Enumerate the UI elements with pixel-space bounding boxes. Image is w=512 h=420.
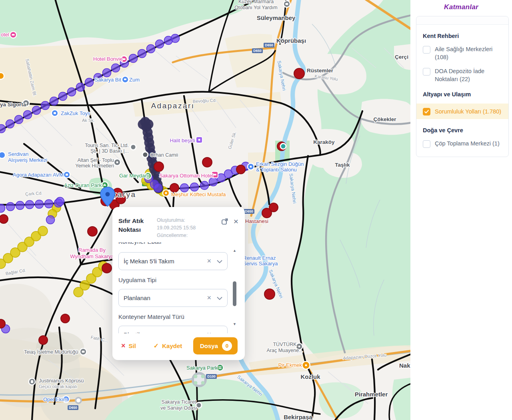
delete-x-icon: × [121, 342, 126, 350]
map-poi-label: Agora Adapazarı AVM [13, 172, 64, 178]
map-place-label: Köprübaşı [276, 37, 306, 44]
popup-title-line1: Sıfır Atık [118, 217, 155, 225]
utility-icon [80, 348, 87, 356]
scroll-down-icon[interactable]: ▼ [233, 322, 236, 326]
bakery-icon [302, 361, 310, 370]
layer-item-cop-toplama[interactable]: Çöp Toplama Merkezi (1) [423, 139, 502, 148]
map-poi-label: Sakarya Park [186, 365, 218, 371]
checkbox-unchecked[interactable] [423, 68, 430, 76]
layers-card-header [416, 16, 508, 25]
map-poi-label: ZakZuk Toys [61, 110, 90, 116]
map-poi-label: Alışveriş Merkezi [8, 157, 47, 163]
map-poi-label: Halit beşirli [170, 137, 195, 143]
poi-icon [280, 143, 287, 150]
map-place-label: Bekirpaşa [284, 414, 312, 420]
map-poi-label: Hotel Bonvie [93, 56, 123, 62]
updated-label: Güncellenme: [157, 232, 221, 239]
map-poi-label: Yemek Hizmetleri [75, 163, 114, 169]
select-value: İç Mekan 5'li Takım [124, 258, 207, 265]
road-shield: D650 [69, 406, 77, 410]
save-check-icon: ✓ [154, 342, 159, 350]
venue-icon [247, 163, 255, 171]
layer-label: Aile Sağlığı Merkezleri (108) [435, 45, 502, 61]
popup-header: Sıfır Atık Noktası Oluşturulma: 19.09.20… [112, 207, 245, 239]
clear-icon[interactable]: × [207, 257, 211, 265]
map-poi-label: ve Sanayi Odası [160, 405, 197, 411]
map-poi-label: Sakarya Ottoman Hotel [159, 173, 213, 179]
popup-scrollbar[interactable]: ▲ ▼ [232, 242, 239, 333]
map-poi-label: Otobanı Yol Yardım [234, 5, 277, 10]
layers-panel-title: Katmanlar [410, 0, 512, 11]
save-button[interactable]: ✓ Kaydet [154, 342, 182, 350]
konteyner-materyal-select[interactable]: Plastik × [118, 326, 228, 333]
save-label: Kaydet [162, 342, 182, 349]
uygulama-tipi-select[interactable]: Planlanan × [118, 289, 228, 307]
shopping-cart-icon [122, 76, 129, 84]
mall-icon [63, 171, 71, 179]
map-place-label: Kozluk [300, 373, 320, 380]
map-poi-label: Erkan Sezgin Düğün [256, 161, 304, 167]
check-icon [424, 110, 429, 113]
map-poi-label: TÜVTÜRK [273, 342, 297, 347]
map-poi-label: Servis Sakarya [243, 261, 278, 267]
created-value: 19.09.2025 15:58 [157, 224, 221, 232]
map-poi-label: Ramada By [78, 247, 106, 253]
map-poi-label: Araç Muayene... [266, 348, 303, 353]
delete-button[interactable]: × Sil [121, 342, 136, 350]
pin-icon [130, 144, 137, 151]
field-label: Konteyner Materyal Türü [118, 313, 228, 320]
map-poi-label: Wyndham Sakarya [70, 253, 114, 259]
map-poi-label: Şti. | 3D Baskı |... [90, 148, 129, 154]
road-shield: D650 [265, 43, 273, 47]
shopping-bag-icon [51, 109, 59, 117]
file-button[interactable]: Dosya 0 [193, 337, 238, 354]
map-poi-label: Sakarya Bit [95, 77, 122, 83]
layer-item-sorumluluk-yollari[interactable]: Sorumluluk Yolları (1.780) [416, 104, 508, 119]
scroll-up-icon[interactable]: ▲ [233, 249, 236, 253]
chevron-down-icon[interactable] [217, 331, 222, 334]
expand-icon[interactable] [221, 218, 228, 227]
file-count-badge: 0 [222, 341, 232, 351]
chevron-down-icon[interactable] [217, 295, 222, 302]
layer-item-doa-depozito[interactable]: DOA Depozito İade Noktaları (22) [423, 67, 502, 83]
file-label: Dosya [200, 342, 218, 349]
catering-icon [114, 159, 121, 166]
layers-card: Kent Rehberi Aile Sağlığı Merkezleri (10… [416, 16, 509, 157]
field-label: Uygulama Tipi [118, 277, 228, 283]
select-value: Plastik [124, 331, 207, 333]
clear-icon[interactable]: × [207, 294, 211, 302]
close-icon[interactable]: × [234, 218, 238, 225]
map-poi-label: Orhan Camii [150, 152, 178, 158]
map-poi-label: Pir Ekmek [278, 362, 302, 368]
map-street-label: Ak Sk. [82, 118, 95, 123]
map-poi-label: Touris San. Tic. Ltd. [85, 143, 129, 148]
mosque-icon [142, 151, 149, 158]
checkbox-checked[interactable] [423, 108, 430, 115]
popup-footer: × Sil ✓ Kaydet Dosya 0 [112, 333, 245, 354]
delete-label: Sil [129, 342, 136, 349]
map-poi-label: Serdivan [8, 151, 28, 157]
map-city-label: Adapazarı [151, 102, 194, 110]
map-place-label: Rüstemler [307, 68, 334, 74]
road-shield: D650 [245, 209, 253, 213]
map-poi-label: Teiaş İşletme Müdürlüğü [24, 349, 78, 355]
map-poi-label: Kuzey Marmara [238, 0, 274, 4]
worship-icon [196, 137, 202, 143]
scrollbar-thumb[interactable] [233, 281, 236, 306]
layer-item-aile-sagligi[interactable]: Aile Sağlığı Merkezleri (108) [423, 45, 502, 61]
map-poi-label: & Toplantı Salonu [256, 167, 297, 173]
checkbox-unchecked[interactable] [423, 46, 430, 54]
chevron-down-icon[interactable] [217, 258, 222, 265]
map-poi-label: Zum [129, 77, 140, 83]
map-poi-label: Hastanesi [245, 218, 268, 224]
clear-icon[interactable]: × [207, 330, 211, 333]
map-place-label: Pirahmetler [355, 391, 388, 398]
map-poi-label: otel [1, 32, 9, 38]
map-poi-label: Geçici olarak kapalı [39, 384, 77, 389]
created-label: Oluşturulma: [157, 217, 221, 224]
feature-popup: Sıfır Atık Noktası Oluşturulma: 19.09.20… [112, 207, 245, 360]
konteyner-ebati-select[interactable]: İç Mekan 5'li Takım × [118, 252, 228, 270]
hotel-icon [10, 31, 17, 39]
layers-panel: Katmanlar Kent Rehberi Aile Sağlığı Merk… [410, 0, 512, 420]
checkbox-unchecked[interactable] [423, 140, 430, 148]
